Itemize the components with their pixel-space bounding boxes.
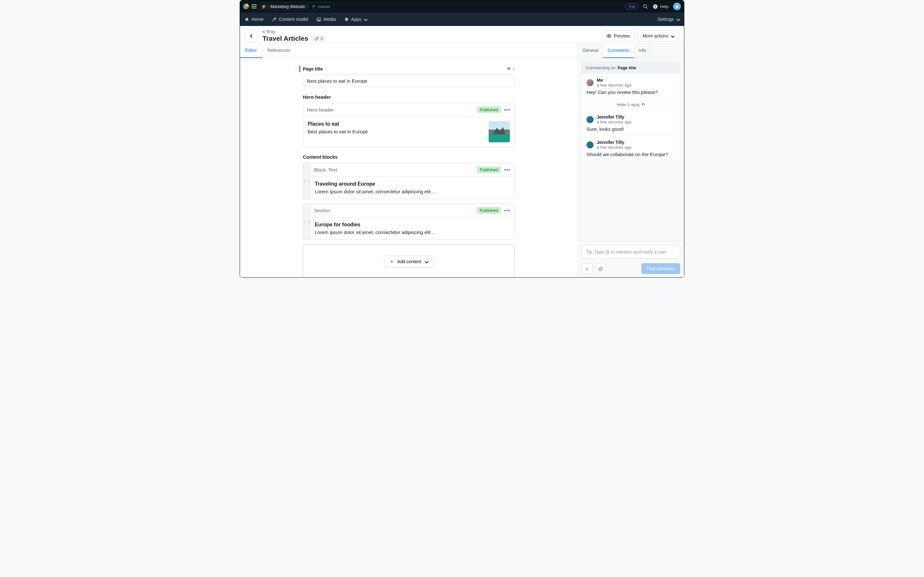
search-icon — [643, 4, 648, 9]
branch-name: master — [318, 4, 330, 9]
nav-settings[interactable]: Settings — [657, 17, 680, 22]
primary-nav: Home Content model Media Apps Settings — [240, 13, 684, 26]
mention-button[interactable]: @ — [595, 263, 606, 274]
chevron-down-icon — [425, 259, 428, 263]
sidebar: General Comments Info Commenting on: Pag… — [577, 43, 684, 277]
comment-icon — [507, 67, 511, 71]
kebab-icon[interactable]: ••• — [504, 167, 510, 173]
references-badge[interactable]: 3 — [312, 35, 325, 42]
content-block-item: ⋮⋮ Section Published ••• Europe for food… — [303, 203, 515, 240]
card-title: Traveling around Europe — [315, 181, 510, 187]
svg-point-5 — [318, 19, 318, 19]
home-icon — [244, 17, 249, 22]
add-content-zone: ＋ Add content — [303, 244, 515, 277]
field-hero-header: Hero header Hero header Published ••• Pl… — [303, 94, 515, 147]
comment-input[interactable] — [582, 245, 680, 259]
comment-time: a few seconds ago — [597, 83, 632, 87]
comment-item: Jennifer Tilly a few seconds ago Should … — [582, 135, 680, 161]
preview-button[interactable]: Preview — [602, 31, 635, 41]
card-type: Hero header — [307, 107, 334, 113]
comment-author: Me — [597, 77, 632, 83]
help-label: Help — [660, 4, 669, 9]
link-count: 3 — [320, 36, 323, 41]
comment-item: Jennifer Tilly a few seconds ago Sure, l… — [582, 110, 680, 135]
nav-home[interactable]: Home — [244, 17, 263, 22]
comment-avatar — [586, 141, 594, 148]
toggle-replies[interactable]: Hide 3 reply — [582, 99, 680, 110]
page-title-input[interactable] — [303, 75, 515, 87]
comment-composer: ☺ @ Post comment — [578, 241, 684, 277]
eye-icon — [606, 33, 612, 39]
svg-line-1 — [646, 7, 648, 8]
hero-thumbnail — [489, 121, 510, 142]
help-icon: ? — [653, 4, 658, 9]
back-button[interactable] — [245, 30, 257, 42]
help-button[interactable]: ? Help — [653, 4, 669, 9]
drag-handle-icon[interactable]: ⋮⋮ — [303, 163, 310, 199]
logo-icon — [243, 3, 249, 9]
environment-name: Marketing Website — [267, 4, 308, 9]
environment-switcher[interactable]: ⚡ Marketing Website master — [260, 2, 334, 11]
at-icon: @ — [598, 266, 603, 271]
breadcrumb[interactable]: ⑆ Blog — [262, 29, 325, 34]
status-badge: Published — [477, 106, 501, 113]
tab-general[interactable]: General — [578, 43, 603, 58]
card-title: Places to eat — [308, 121, 484, 127]
nav-media[interactable]: Media — [317, 17, 336, 22]
chevron-down-icon — [364, 17, 368, 21]
emoji-icon: ☺ — [585, 266, 590, 271]
tab-comments[interactable]: Comments — [603, 43, 634, 58]
bolt-icon: ⚡ — [260, 4, 267, 9]
field-page-title: Page title 4 — [303, 66, 515, 87]
comment-body: Hey! Can you review this please? — [586, 89, 675, 95]
comment-body: Should we collaborate on the Europe? — [586, 152, 675, 157]
card-type: Section — [314, 208, 330, 213]
tab-editor[interactable]: Editor — [240, 43, 262, 58]
page-title: Travel Articles — [262, 35, 309, 42]
tab-references[interactable]: References — [262, 43, 296, 58]
editor-area: Page title 4 Hero header Hero header — [240, 58, 577, 277]
chevron-down-icon — [676, 17, 680, 21]
sidebar-tabs: General Comments Info — [578, 43, 684, 58]
svg-text:?: ? — [654, 5, 656, 8]
menu-icon[interactable] — [252, 4, 257, 9]
page-header: ⑆ Blog Travel Articles 3 Preview More ac… — [240, 26, 684, 43]
card-desc: Best places to eat in Europe — [308, 129, 484, 134]
comment-author: Jennifer Tilly — [597, 114, 632, 119]
nav-apps[interactable]: Apps — [344, 17, 367, 22]
more-actions-button[interactable]: More actions — [638, 31, 679, 41]
top-bar: ⚡ Marketing Website master Trial ? Help … — [240, 0, 684, 13]
tab-info[interactable]: Info — [634, 43, 651, 58]
sitemap-icon: ⑆ — [262, 29, 265, 34]
field-comment-indicator[interactable]: 4 — [507, 67, 515, 71]
branch-badge[interactable]: master — [308, 4, 334, 9]
plus-icon: ＋ — [389, 259, 394, 264]
card-desc: Lorem ipsum dolor sit amet, consectetur … — [315, 229, 510, 235]
comment-avatar — [586, 116, 594, 123]
comment-time: a few seconds ago — [597, 145, 632, 150]
kebab-icon[interactable]: ••• — [504, 208, 510, 213]
branch-icon — [312, 5, 316, 8]
status-badge: Published — [477, 207, 501, 214]
hero-card[interactable]: Hero header Published ••• Places to eat … — [303, 103, 515, 147]
emoji-button[interactable]: ☺ — [582, 263, 593, 274]
comment-thread: Commenting on: Page title Me a few secon… — [582, 62, 680, 161]
chevron-left-icon — [250, 34, 254, 37]
comment-avatar — [586, 79, 594, 86]
comment-author: Jennifer Tilly — [597, 140, 632, 145]
section-label: Hero header — [303, 94, 515, 100]
link-icon — [315, 37, 319, 41]
post-comment-button[interactable]: Post comment — [641, 263, 680, 274]
nav-content-model[interactable]: Content model — [272, 17, 308, 22]
add-content-button[interactable]: ＋ Add content — [384, 255, 433, 268]
breadcrumb-parent: Blog — [267, 29, 275, 34]
card-title: Europe for foodies — [315, 222, 510, 227]
user-avatar[interactable]: ☻ — [673, 3, 681, 10]
search-button[interactable] — [643, 4, 648, 9]
drag-handle-icon[interactable]: ⋮⋮ — [303, 203, 310, 240]
kebab-icon[interactable]: ••• — [504, 107, 510, 113]
chevron-down-icon — [671, 34, 674, 37]
svg-point-6 — [608, 35, 610, 37]
field-label: Page title — [303, 66, 323, 71]
puzzle-icon — [344, 17, 349, 22]
